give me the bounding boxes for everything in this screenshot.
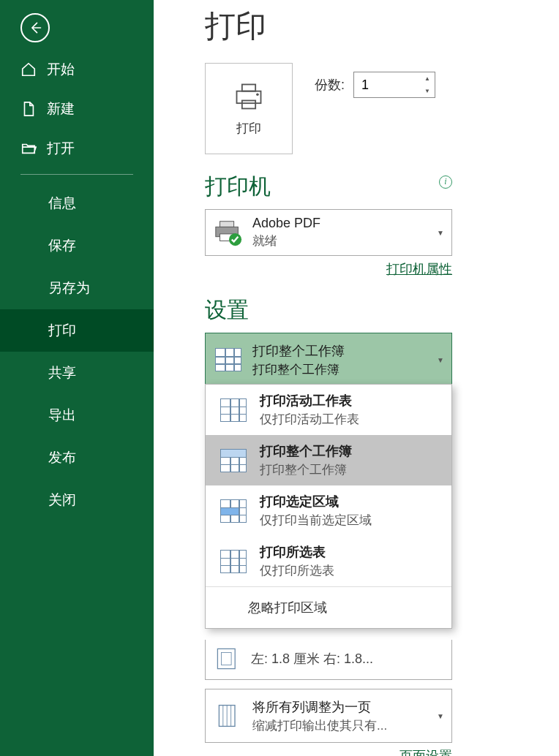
chevron-down-icon: ▼ xyxy=(437,356,444,364)
back-button[interactable] xyxy=(20,13,50,42)
nav-print[interactable]: 打印 xyxy=(0,309,154,352)
home-icon xyxy=(20,61,37,78)
page-title: 打印 xyxy=(205,6,559,47)
fit-columns-icon xyxy=(213,700,244,731)
printer-icon xyxy=(233,80,265,113)
nav-close[interactable]: 关闭 xyxy=(0,479,154,521)
nav-open-label: 打开 xyxy=(47,139,75,158)
printer-dropdown[interactable]: Adobe PDF 就绪 ▼ xyxy=(205,209,452,256)
print-what-menu: 打印活动工作表 仅打印活动工作表 打印整个工作簿 打印整个工作簿 打印选定区域 … xyxy=(205,384,452,629)
opt1-sub: 仅打印活动工作表 xyxy=(260,411,444,428)
print-button[interactable]: 打印 xyxy=(205,63,293,154)
workbook-icon xyxy=(220,447,247,474)
nav-divider xyxy=(20,174,133,175)
print-what-title: 打印整个工作簿 xyxy=(252,342,428,360)
copies-up[interactable]: ▲ xyxy=(420,72,435,85)
table-icon xyxy=(220,548,247,575)
chevron-down-icon: ▼ xyxy=(437,229,444,237)
chevron-down-icon: ▼ xyxy=(437,712,444,720)
ignore-print-area[interactable]: 忽略打印区域 xyxy=(206,586,451,628)
margins-icon xyxy=(213,644,242,673)
opt4-sub: 仅打印所选表 xyxy=(260,562,444,579)
svg-rect-0 xyxy=(237,91,261,104)
printer-status: 就绪 xyxy=(252,233,428,249)
scaling-dropdown[interactable]: 将所有列调整为一页 缩减打印输出使其只有... ▼ xyxy=(205,689,452,743)
svg-rect-5 xyxy=(220,222,234,227)
new-file-icon xyxy=(20,101,37,117)
back-arrow-icon xyxy=(28,20,42,35)
nav-new-label: 新建 xyxy=(47,99,75,118)
info-icon[interactable]: i xyxy=(439,175,452,189)
scaling-title: 将所有列调整为一页 xyxy=(252,698,428,716)
scaling-sub: 缩减打印输出使其只有... xyxy=(252,717,428,734)
workbook-icon xyxy=(213,344,244,375)
nav-open[interactable]: 打开 xyxy=(0,129,154,168)
open-folder-icon xyxy=(20,140,37,156)
svg-rect-1 xyxy=(242,85,255,91)
print-what-sub: 打印整个工作簿 xyxy=(252,361,428,378)
nav-info[interactable]: 信息 xyxy=(0,182,154,224)
printer-section-title: 打印机 xyxy=(205,172,271,202)
sheet-icon xyxy=(220,397,247,423)
nav-publish[interactable]: 发布 xyxy=(0,436,154,479)
opt3-title: 打印选定区域 xyxy=(260,493,444,510)
svg-rect-2 xyxy=(242,101,255,109)
settings-section-title: 设置 xyxy=(205,295,559,325)
margins-dropdown-partial[interactable]: 左: 1.8 厘米 右: 1.8... xyxy=(205,640,452,680)
printer-name: Adobe PDF xyxy=(252,216,428,231)
opt2-title: 打印整个工作簿 xyxy=(260,442,444,460)
copies-input[interactable] xyxy=(354,72,420,97)
copies-control: 份数: ▲ ▼ xyxy=(315,72,435,98)
opt4-title: 打印所选表 xyxy=(260,543,444,561)
nav-new[interactable]: 新建 xyxy=(0,89,154,129)
copies-label: 份数: xyxy=(315,76,345,94)
option-print-selected-table[interactable]: 打印所选表 仅打印所选表 xyxy=(206,536,451,586)
copies-down[interactable]: ▼ xyxy=(420,85,435,97)
copies-spinner[interactable]: ▲ ▼ xyxy=(353,72,435,98)
print-what-dropdown[interactable]: 打印整个工作簿 打印整个工作簿 ▼ xyxy=(205,333,452,387)
nav-share[interactable]: 共享 xyxy=(0,352,154,394)
printer-properties-link[interactable]: 打印机属性 xyxy=(386,262,452,276)
print-panel: 打印 打印 份数: ▲ ▼ 打印机 i xyxy=(154,0,559,756)
page-setup-link[interactable]: 页面设置 xyxy=(399,749,452,756)
backstage-sidebar: 开始 新建 打开 信息 保存 另存为 打印 共享 导出 发布 关闭 xyxy=(0,0,154,756)
opt1-title: 打印活动工作表 xyxy=(260,392,444,409)
nav-save[interactable]: 保存 xyxy=(0,224,154,267)
nav-home[interactable]: 开始 xyxy=(0,50,154,89)
svg-point-3 xyxy=(256,93,259,96)
printer-status-icon xyxy=(213,217,244,248)
selection-icon xyxy=(220,498,247,524)
nav-home-label: 开始 xyxy=(47,60,75,79)
print-button-label: 打印 xyxy=(236,120,261,137)
margins-text: 左: 1.8 厘米 右: 1.8... xyxy=(251,650,444,668)
option-print-entire-workbook[interactable]: 打印整个工作簿 打印整个工作簿 xyxy=(206,435,451,485)
nav-saveas[interactable]: 另存为 xyxy=(0,267,154,309)
opt2-sub: 打印整个工作簿 xyxy=(260,461,444,478)
option-print-active-sheets[interactable]: 打印活动工作表 仅打印活动工作表 xyxy=(206,385,451,435)
nav-export[interactable]: 导出 xyxy=(0,394,154,436)
option-print-selection[interactable]: 打印选定区域 仅打印当前选定区域 xyxy=(206,485,451,536)
svg-rect-8 xyxy=(217,649,235,668)
opt3-sub: 仅打印当前选定区域 xyxy=(260,512,444,529)
